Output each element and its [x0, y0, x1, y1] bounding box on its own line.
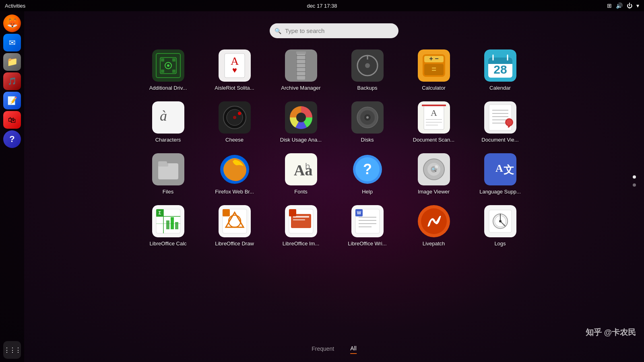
svg-text:🔍: 🔍 — [431, 167, 437, 172]
app-item-backups[interactable]: Backups — [336, 46, 398, 94]
app-icon-language-support: A 文 — [484, 153, 516, 185]
app-item-help[interactable]: ? Help — [336, 150, 398, 198]
app-item-files[interactable]: Files — [137, 150, 199, 198]
app-icon-calculator: + − = — [418, 49, 450, 82]
clock: dec 17 17:38 — [307, 3, 337, 9]
app-label-logs: Logs — [494, 241, 506, 247]
app-item-disks[interactable]: Disks — [336, 98, 398, 146]
app-label-livepatch: Livepatch — [423, 241, 445, 247]
tab-all[interactable]: All — [350, 345, 357, 354]
app-label-aisleriot: AisleRiot Solita... — [215, 85, 254, 91]
app-icon-livepatch — [418, 205, 450, 237]
network-icon[interactable]: ⊞ — [607, 2, 612, 9]
app-icon-files — [152, 153, 184, 185]
svg-rect-15 — [296, 51, 306, 54]
app-label-calendar: Calendar — [489, 85, 511, 91]
app-item-logs[interactable]: Logs — [469, 202, 531, 250]
svg-rect-113 — [293, 219, 305, 220]
dock-item-appstore[interactable] — [3, 111, 21, 129]
tab-frequent[interactable]: Frequent — [312, 346, 334, 354]
dock-item-firefox[interactable] — [3, 14, 21, 32]
app-item-calendar[interactable]: 28 Calendar — [469, 46, 531, 94]
activities-button[interactable]: Activities — [5, 3, 25, 9]
app-label-help: Help — [362, 189, 373, 195]
svg-rect-8 — [172, 70, 175, 73]
power-icon[interactable]: ⏻ — [627, 2, 632, 9]
dock-item-files[interactable] — [3, 53, 21, 71]
svg-rect-102 — [171, 217, 174, 229]
app-icon-archive-manager — [285, 49, 317, 82]
app-item-language-support[interactable]: A 文 Language Supp... — [469, 150, 531, 198]
app-label-disks: Disks — [361, 137, 374, 143]
app-label-fonts: Fonts — [294, 189, 308, 195]
svg-rect-108 — [223, 209, 230, 216]
svg-text:à: à — [160, 108, 167, 124]
app-label-calculator: Calculator — [422, 85, 446, 91]
app-label-files: Files — [163, 189, 173, 195]
svg-text:♥: ♥ — [232, 66, 237, 74]
svg-text:?: ? — [363, 161, 372, 177]
app-item-lo-writer[interactable]: W LibreOffice Wri... — [336, 202, 398, 250]
app-label-document-scanner: Document Scan... — [413, 137, 454, 143]
app-item-aisleriot[interactable]: A ♥ AisleRiot Solita... — [203, 46, 266, 94]
app-item-calculator[interactable]: + − = Calculator — [402, 46, 465, 94]
page-dot-1[interactable] — [633, 175, 636, 179]
svg-text:b: b — [305, 161, 310, 171]
app-label-disk-usage: Disk Usage Ana... — [280, 137, 322, 143]
svg-point-69 — [506, 119, 512, 125]
svg-rect-5 — [161, 58, 164, 62]
svg-rect-101 — [166, 220, 169, 229]
svg-point-48 — [296, 113, 306, 122]
app-icon-disks — [351, 101, 384, 134]
app-item-firefox[interactable]: Firefox Web Br... — [203, 150, 266, 198]
svg-text:Σ: Σ — [158, 210, 161, 215]
app-label-archive-manager: Archive Manager — [281, 85, 320, 91]
app-icon-cheese — [219, 101, 251, 134]
dock-item-help[interactable] — [3, 130, 21, 148]
app-item-lo-draw[interactable]: LibreOffice Draw — [203, 202, 266, 250]
app-item-lo-impress[interactable]: LibreOffice Im... — [270, 202, 332, 250]
svg-rect-60 — [422, 105, 446, 106]
menu-icon[interactable]: ▾ — [636, 2, 639, 9]
app-icon-document-viewer — [484, 101, 516, 134]
svg-rect-114 — [289, 209, 296, 216]
apps-grid: Additional Driv... A ♥ AisleRiot Solita.… — [129, 46, 539, 250]
app-item-document-viewer[interactable]: Document Vie... — [469, 98, 531, 146]
app-icon-calendar: 28 — [484, 49, 516, 82]
show-apps-button[interactable] — [3, 341, 21, 359]
app-item-characters[interactable]: à Characters — [137, 98, 199, 146]
app-icon-image-viewer: 🔍 — [418, 153, 450, 185]
app-label-lo-impress: LibreOffice Im... — [283, 241, 320, 247]
app-icon-document-scanner: A — [418, 101, 450, 134]
app-label-additional-drivers: Additional Driv... — [149, 85, 187, 91]
search-input[interactable] — [270, 23, 398, 38]
app-item-disk-usage[interactable]: Disk Usage Ana... — [270, 98, 332, 146]
app-icon-lo-impress — [285, 205, 317, 237]
topbar: Activities dec 17 17:38 ⊞ 🔊 ⏻ ▾ — [0, 0, 644, 11]
page-dot-2[interactable] — [633, 183, 636, 187]
app-icon-disk-usage — [285, 101, 317, 134]
app-item-additional-drivers[interactable]: Additional Driv... — [137, 46, 199, 94]
app-item-archive-manager[interactable]: Archive Manager — [270, 46, 332, 94]
app-item-document-scanner[interactable]: A Document Scan... — [402, 98, 465, 146]
svg-rect-7 — [161, 70, 164, 73]
app-icon-lo-calc: Σ — [152, 205, 184, 237]
bottom-tabs: Frequent All — [312, 345, 357, 354]
app-item-cheese[interactable]: Cheese — [203, 98, 266, 146]
volume-icon[interactable]: 🔊 — [616, 2, 623, 9]
dock-item-writer[interactable] — [3, 92, 21, 109]
app-item-lo-calc[interactable]: Σ LibreOffice Calc — [137, 202, 199, 250]
svg-rect-6 — [172, 58, 175, 62]
svg-point-44 — [238, 112, 241, 115]
app-label-cheese: Cheese — [225, 137, 244, 143]
app-item-fonts[interactable]: Aa b Fonts — [270, 150, 332, 198]
svg-text:+ −: + − — [429, 55, 438, 62]
dock-item-thunderbird[interactable] — [3, 34, 21, 51]
dock-item-rhythmbox[interactable] — [3, 72, 21, 90]
app-icon-characters: à — [152, 101, 184, 134]
app-item-livepatch[interactable]: Livepatch — [402, 202, 465, 250]
app-label-image-viewer: Image Viewer — [418, 189, 450, 195]
page-dots — [633, 175, 636, 187]
svg-point-53 — [366, 116, 369, 119]
app-item-image-viewer[interactable]: 🔍 Image Viewer — [402, 150, 465, 198]
